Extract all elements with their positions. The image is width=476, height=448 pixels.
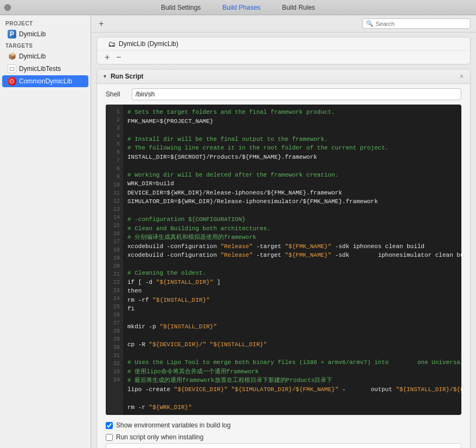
- search-icon: 🔍: [366, 20, 374, 27]
- code-editor[interactable]: 1234567891011121314151617181920212223242…: [106, 105, 461, 415]
- targets-section-label: TARGETS: [0, 41, 91, 50]
- tabs-container: Build Settings Build Phases Build Rules: [150, 2, 326, 14]
- remove-framework-button[interactable]: −: [116, 53, 121, 62]
- content-toolbar: + 🔍: [91, 15, 476, 33]
- shell-row: Shell: [97, 84, 470, 105]
- code-line: # 分别编译生成真机和模拟器使用的framework: [127, 233, 457, 242]
- project-name: DymicLib: [19, 30, 46, 38]
- tab-build-settings[interactable]: Build Settings: [150, 2, 211, 14]
- code-line: [127, 332, 457, 341]
- tab-build-phases[interactable]: Build Phases: [211, 2, 271, 14]
- run-script-header[interactable]: ▼ Run Script ×: [97, 69, 470, 84]
- sidebar: PROJECT P DymicLib TARGETS 📦 DymicLib □ …: [0, 15, 91, 448]
- code-content: # Sets the target folders and the final …: [123, 105, 461, 415]
- target-label-CommonDymicLib: CommonDymicLib: [19, 77, 72, 85]
- main-layout: PROJECT P DymicLib TARGETS 📦 DymicLib □ …: [0, 15, 476, 448]
- checkbox-run-when-installing-label: Run script only when installing: [116, 433, 203, 441]
- sidebar-item-CommonDymicLib[interactable]: ⊙ CommonDymicLib: [2, 75, 88, 87]
- run-script-title: Run Script: [111, 73, 459, 80]
- phases-scroll[interactable]: 🗂 DymicLib (DymicLib) + − ▼ Run Script ×…: [91, 33, 476, 448]
- code-line: lipo -create "${DEVICE_DIR}" "${SIMULATO…: [127, 385, 457, 394]
- sidebar-item-project[interactable]: P DymicLib: [2, 28, 88, 40]
- tab-bar: Build Settings Build Phases Build Rules: [0, 0, 476, 15]
- code-line: # -configuration ${CONFIGURATION}: [127, 215, 457, 224]
- shell-input[interactable]: [132, 88, 461, 100]
- search-input[interactable]: [376, 21, 462, 27]
- code-line: rm -r "${WRK_DIR}": [127, 403, 457, 412]
- project-section-label: PROJECT: [0, 18, 91, 28]
- checkbox-run-when-installing-row: Run script only when installing: [97, 431, 470, 443]
- sidebar-item-DymicLib[interactable]: 📦 DymicLib: [2, 50, 88, 62]
- framework-icon: 🗂: [108, 40, 115, 48]
- checkbox-env-vars-row: Show environment variables in build log: [97, 419, 470, 431]
- collapse-icon: ▼: [102, 74, 107, 79]
- code-line: [127, 349, 457, 359]
- checkbox-env-vars[interactable]: [106, 422, 113, 429]
- code-line: [127, 126, 457, 135]
- code-line: DEVICE_DIR=${WRK_DIR}/Release-iphoneos/$…: [127, 189, 457, 198]
- checkbox-env-vars-label: Show environment variables in build log: [116, 421, 230, 429]
- checkbox-run-when-installing[interactable]: [106, 434, 113, 441]
- code-line: # 最后将生成的通用framework放置在工程根目录下新建的Products目…: [127, 376, 457, 385]
- line-numbers: 1234567891011121314151617181920212223242…: [106, 105, 123, 415]
- code-line: cp -R "${DEVICE_DIR}/" "${INSTALL_DIR}": [127, 340, 457, 349]
- tab-build-rules[interactable]: Build Rules: [271, 2, 326, 14]
- target-icon: ⊙: [8, 77, 16, 86]
- add-phase-button[interactable]: +: [97, 20, 106, 28]
- plus-minus-row: + −: [97, 51, 470, 64]
- code-line: xcodebuild -configuration "Release" -tar…: [127, 242, 457, 251]
- code-line: # Uses the Lipo Tool to merge both binar…: [127, 358, 457, 367]
- framework-row: 🗂 DymicLib (DymicLib): [97, 37, 470, 51]
- code-line: # The following line create it in the ro…: [127, 144, 457, 153]
- shell-label: Shell: [106, 90, 127, 98]
- framework-group: 🗂 DymicLib (DymicLib) + −: [97, 37, 471, 64]
- code-line: # Cleaning the oldest.: [127, 269, 457, 278]
- code-line: then: [127, 287, 457, 296]
- search-box: 🔍: [362, 18, 471, 29]
- code-lines: 1234567891011121314151617181920212223242…: [106, 105, 461, 415]
- framework-name: DymicLib (DymicLib): [119, 40, 178, 48]
- code-line: [127, 260, 457, 269]
- input-files-section: Input Files: [106, 443, 461, 448]
- target-label-DymicLib: DymicLib: [19, 53, 46, 60]
- code-line: rm -rf "${INSTALL_DIR}": [127, 296, 457, 305]
- code-line: [127, 314, 457, 323]
- code-line: # 使用lipo命令将其合并成一个通用framework: [127, 367, 457, 376]
- project-icon: P: [8, 30, 16, 38]
- tests-icon: □: [8, 64, 16, 73]
- code-line: xcodebuild -configuration "Release" -tar…: [127, 251, 457, 260]
- code-line: # Working dir will be deleted after the …: [127, 171, 457, 180]
- code-line: if [ -d "${INSTALL_DIR}" ]: [127, 278, 457, 287]
- code-line: WRK_DIR=build: [127, 179, 457, 189]
- code-line: [127, 206, 457, 216]
- code-line: [127, 394, 457, 403]
- dylib-icon: 📦: [8, 52, 16, 61]
- code-line: # Sets the target folders and the final …: [127, 108, 457, 117]
- code-line: [127, 161, 457, 171]
- code-line: FMK_NAME=${PROJECT_NAME}: [127, 117, 457, 126]
- code-line: mkdir -p "${INSTALL_DIR}": [127, 322, 457, 332]
- code-line: INSTALL_DIR=${SRCROOT}/Products/${FMK_NA…: [127, 153, 457, 162]
- window-button[interactable]: [4, 4, 11, 11]
- code-line: fi: [127, 304, 457, 314]
- code-line: # Install dir will be the final output t…: [127, 135, 457, 144]
- run-script-section: ▼ Run Script × Shell 1234567891011121314…: [97, 69, 471, 448]
- target-label-DymicLibTests: DymicLibTests: [19, 65, 61, 73]
- close-run-script-button[interactable]: ×: [459, 73, 465, 80]
- content-area: + 🔍 🗂 DymicLib (DymicLib) + −: [91, 15, 476, 448]
- add-framework-button[interactable]: +: [105, 53, 110, 62]
- code-line: # Clean and Building both architectures.: [127, 224, 457, 233]
- toolbar-left: +: [97, 20, 106, 28]
- code-line: SIMULATOR_DIR=${WRK_DIR}/Release-iphones…: [127, 197, 457, 206]
- sidebar-item-DymicLibTests[interactable]: □ DymicLibTests: [2, 63, 88, 75]
